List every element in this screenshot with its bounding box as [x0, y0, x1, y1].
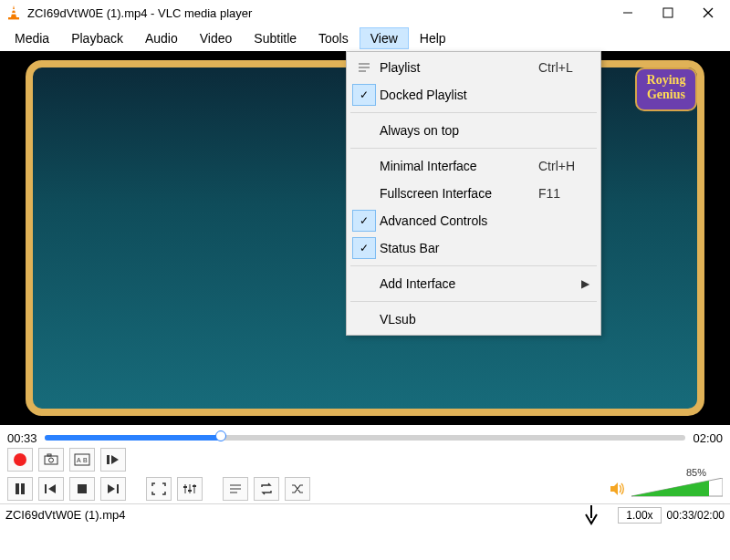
svg-marker-22: [48, 484, 56, 493]
svg-rect-17: [107, 455, 110, 464]
menu-audio[interactable]: Audio: [134, 27, 189, 49]
svg-marker-24: [108, 484, 115, 493]
next-button[interactable]: [100, 477, 126, 501]
volume-percentage: 85%: [686, 467, 706, 478]
advanced-controls-row: AB: [0, 445, 730, 474]
status-bar: ZCI69dVtW0E (1).mp4 1.00x 00:33/02:00: [0, 503, 730, 525]
volume-control: 85%: [610, 478, 723, 500]
svg-rect-11: [45, 456, 57, 464]
seek-fill: [45, 435, 221, 441]
watermark-line1: Roying: [647, 73, 686, 87]
menu-minimal-interface-label: Minimal Interface: [380, 159, 538, 173]
menu-advanced-controls-label: Advanced Controls: [380, 213, 538, 228]
watermark-line2: Genius: [647, 88, 685, 101]
svg-rect-3: [8, 17, 19, 19]
svg-text:B: B: [83, 457, 88, 463]
svg-rect-25: [117, 484, 119, 493]
menu-vlsub[interactable]: VLsub: [349, 306, 599, 333]
annotation-arrow-icon: [582, 503, 600, 529]
sliders-icon: [182, 482, 197, 495]
svg-rect-19: [16, 483, 19, 494]
menu-separator: [350, 265, 597, 266]
menu-fullscreen-interface[interactable]: Fullscreen Interface F11: [349, 180, 599, 207]
menu-playlist-accel: Ctrl+L: [538, 60, 589, 75]
menu-fullscreen-interface-label: Fullscreen Interface: [380, 186, 538, 201]
svg-rect-13: [47, 454, 51, 456]
loop-button[interactable]: [254, 477, 279, 501]
pause-icon: [14, 482, 26, 495]
maximize-button[interactable]: [648, 2, 688, 24]
check-icon: ✓: [352, 84, 376, 106]
status-time[interactable]: 00:33/02:00: [667, 509, 725, 522]
menu-view[interactable]: View: [360, 27, 409, 49]
menu-advanced-controls[interactable]: ✓ Advanced Controls: [349, 207, 599, 234]
minimize-button[interactable]: [608, 2, 648, 24]
playback-speed[interactable]: 1.00x: [618, 507, 661, 524]
menu-add-interface-label: Add Interface: [380, 276, 581, 291]
menu-playback[interactable]: Playback: [60, 27, 134, 49]
total-time[interactable]: 02:00: [693, 431, 723, 445]
menu-minimal-interface-accel: Ctrl+H: [538, 159, 589, 173]
svg-rect-29: [183, 486, 187, 488]
menu-status-bar-label: Status Bar: [380, 241, 538, 255]
playlist-button[interactable]: [223, 477, 248, 501]
svg-marker-35: [610, 482, 618, 495]
menu-playlist-label: Playlist: [380, 60, 538, 75]
svg-rect-1: [12, 9, 16, 11]
check-icon: ✓: [352, 210, 376, 232]
menu-minimal-interface[interactable]: Minimal Interface Ctrl+H: [349, 152, 599, 180]
extended-settings-button[interactable]: [177, 477, 203, 501]
status-filename: ZCI69dVtW0E (1).mp4: [5, 508, 612, 522]
window-buttons: [608, 2, 728, 24]
speaker-icon[interactable]: [610, 482, 626, 496]
seek-row: 00:33 02:00: [0, 425, 730, 445]
svg-marker-0: [11, 5, 16, 17]
titlebar: ZCI69dVtW0E (1).mp4 - VLC media player: [0, 0, 730, 26]
fullscreen-button[interactable]: [146, 477, 172, 501]
menu-fullscreen-interface-accel: F11: [538, 186, 589, 201]
playlist-icon: [352, 57, 376, 78]
svg-rect-20: [21, 483, 25, 494]
loop-ab-button[interactable]: AB: [69, 448, 95, 472]
submenu-arrow-icon: ▶: [581, 277, 589, 290]
stop-icon: [76, 482, 89, 495]
menu-playlist[interactable]: Playlist Ctrl+L: [349, 54, 599, 81]
previous-button[interactable]: [38, 477, 64, 501]
svg-rect-5: [663, 8, 673, 17]
snapshot-button[interactable]: [38, 448, 64, 472]
previous-icon: [44, 482, 58, 495]
seek-thumb[interactable]: [215, 430, 226, 441]
menu-vlsub-label: VLsub: [380, 312, 538, 327]
shuffle-icon: [290, 482, 305, 495]
record-button[interactable]: [7, 448, 33, 472]
fullscreen-icon: [151, 482, 166, 495]
menu-media[interactable]: Media: [4, 27, 60, 49]
loop-icon: [259, 482, 274, 495]
menu-help[interactable]: Help: [409, 27, 457, 49]
volume-slider[interactable]: [631, 478, 723, 500]
stop-button[interactable]: [69, 477, 95, 501]
view-menu-dropdown: Playlist Ctrl+L ✓ Docked Playlist Always…: [346, 51, 601, 336]
svg-point-12: [49, 458, 54, 462]
frame-step-button[interactable]: [100, 448, 126, 472]
menu-subtitle[interactable]: Subtitle: [243, 27, 308, 49]
menu-status-bar[interactable]: ✓ Status Bar: [349, 234, 599, 262]
menu-tools[interactable]: Tools: [308, 27, 360, 49]
menu-add-interface[interactable]: Add Interface ▶: [349, 270, 599, 297]
menubar: MediaPlaybackAudioVideoSubtitleToolsView…: [0, 26, 730, 51]
frame-step-icon: [106, 453, 120, 466]
seek-bar[interactable]: [45, 433, 686, 442]
close-button[interactable]: [688, 2, 728, 24]
video-watermark: Roying Genius: [635, 67, 697, 111]
menu-video[interactable]: Video: [189, 27, 244, 49]
pause-button[interactable]: [7, 477, 33, 501]
menu-docked-playlist[interactable]: ✓ Docked Playlist: [349, 81, 599, 109]
loop-ab-icon: AB: [74, 453, 90, 466]
menu-separator: [350, 112, 597, 113]
menu-always-on-top-label: Always on top: [380, 123, 538, 138]
playlist-icon: [228, 482, 243, 495]
shuffle-button[interactable]: [285, 477, 310, 501]
elapsed-time[interactable]: 00:33: [7, 431, 37, 445]
menu-docked-playlist-label: Docked Playlist: [380, 88, 538, 102]
menu-always-on-top[interactable]: Always on top: [349, 117, 599, 144]
